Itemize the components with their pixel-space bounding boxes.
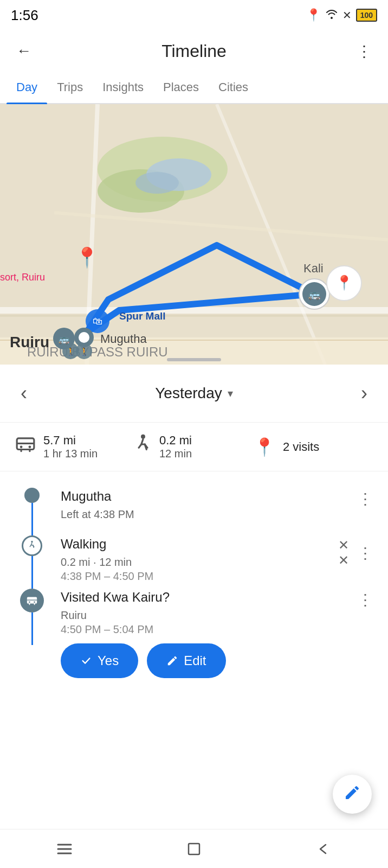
stats-row: 5.7 mi 1 hr 13 min 0.2 mi 12 min 📍 2 vis… xyxy=(0,422,388,471)
svg-text:Ruiru: Ruiru xyxy=(10,334,49,350)
menu-dots-icon: ⋮ xyxy=(357,42,372,60)
bus-stat-icon xyxy=(15,434,36,459)
edit-fab-icon xyxy=(344,784,361,805)
status-bar: 1:56 📍 ✕ 100 xyxy=(0,0,388,30)
svg-text:Spur Mall: Spur Mall xyxy=(119,310,166,322)
walk-stat-icon xyxy=(134,434,152,459)
tab-places[interactable]: Places xyxy=(153,72,209,103)
stat-visits-text: 2 visits xyxy=(283,440,319,454)
dropdown-arrow-icon: ▾ xyxy=(228,387,233,400)
mugutha-sub: Left at 4:38 PM xyxy=(61,506,355,522)
bus-circle-icon xyxy=(20,589,44,612)
mugutha-more-button[interactable]: ⋮ xyxy=(355,488,375,510)
timeline: Mugutha Left at 4:38 PM ⋮ Walking 0.2 mi… xyxy=(0,471,388,694)
timeline-icon-kwa-kairu xyxy=(13,589,51,645)
timeline-item-kwa-kairu: Visited Kwa Kairu? Ruiru 4:50 PM – 5:04 … xyxy=(0,583,388,684)
date-selector[interactable]: Yesterday ▾ xyxy=(155,385,233,402)
stat-transit: 5.7 mi 1 hr 13 min xyxy=(15,433,134,460)
status-icons: 📍 ✕ 100 xyxy=(306,8,377,22)
battery-status-icon: 100 xyxy=(356,9,377,22)
svg-text:Mugutha: Mugutha xyxy=(100,332,147,346)
svg-point-4 xyxy=(135,172,179,194)
svg-point-36 xyxy=(20,445,23,448)
walking-distance: 0.2 mi xyxy=(159,433,192,448)
walking-title: Walking xyxy=(61,537,338,552)
walking-time-range: 4:38 PM – 4:50 PM xyxy=(61,570,338,583)
header: ← Timeline ⋮ xyxy=(0,30,388,72)
walking-more-button[interactable]: ⋮ xyxy=(355,542,375,564)
tab-bar: Day Trips Insights Places Cities xyxy=(0,72,388,104)
svg-point-39 xyxy=(31,541,33,542)
nav-menu-button[interactable] xyxy=(48,833,81,865)
kwa-kairu-time-range: 4:50 PM – 5:04 PM xyxy=(61,623,355,636)
tab-day[interactable]: Day xyxy=(7,72,47,103)
map-container[interactable]: RUIRU BYPASS RUIRU Ruiru 🛍 Spur Mall 🚶 🚶… xyxy=(0,104,388,365)
stat-walking-text: 0.2 mi 12 min xyxy=(159,433,192,460)
walking-distance: 0.2 mi · 12 min xyxy=(61,554,338,570)
svg-text:📍: 📍 xyxy=(75,246,99,269)
header-title: Timeline xyxy=(161,41,227,61)
prev-date-button[interactable]: ‹ xyxy=(16,378,31,409)
tab-cities[interactable]: Cities xyxy=(209,72,258,103)
mugutha-content: Mugutha Left at 4:38 PM xyxy=(51,488,355,522)
svg-point-18 xyxy=(79,332,89,343)
timeline-icon-mugutha xyxy=(13,488,51,535)
stat-transit-text: 5.7 mi 1 hr 13 min xyxy=(43,433,98,460)
stat-walking: 0.2 mi 12 min xyxy=(134,433,254,460)
nav-back-button[interactable] xyxy=(307,833,340,865)
svg-text:🚌: 🚌 xyxy=(59,334,69,344)
kwa-kairu-content: Visited Kwa Kairu? Ruiru 4:50 PM – 5:04 … xyxy=(51,589,355,678)
tab-insights[interactable]: Insights xyxy=(93,72,153,103)
svg-rect-46 xyxy=(189,844,199,854)
timeline-icon-walking xyxy=(13,535,51,589)
location-status-icon: 📍 xyxy=(306,8,321,22)
kwa-kairu-more-button[interactable]: ⋮ xyxy=(355,589,375,611)
back-icon: ← xyxy=(16,42,31,60)
bottom-nav xyxy=(0,829,388,868)
svg-text:Kali: Kali xyxy=(303,261,324,275)
visits-count: 2 visits xyxy=(283,440,319,454)
svg-text:🚌: 🚌 xyxy=(308,289,321,301)
walk-circle-icon xyxy=(22,535,42,556)
place-dot-mugutha xyxy=(24,488,40,503)
edit-fab[interactable] xyxy=(333,775,372,814)
edit-button[interactable]: Edit xyxy=(147,643,225,678)
walking-actions: ✕✕ ⋮ xyxy=(338,535,375,568)
svg-text:🛍: 🛍 xyxy=(93,316,102,327)
svg-text:📍: 📍 xyxy=(335,274,353,291)
date-nav: ‹ Yesterday ▾ › xyxy=(0,365,388,422)
walking-time: 12 min xyxy=(159,448,192,460)
svg-text:sort, Ruiru: sort, Ruiru xyxy=(0,272,45,283)
svg-point-38 xyxy=(141,435,145,439)
nav-home-button[interactable] xyxy=(178,833,210,865)
svg-point-41 xyxy=(29,601,30,603)
x-status-icon: ✕ xyxy=(342,9,352,22)
transit-time: 1 hr 13 min xyxy=(43,448,98,460)
date-label: Yesterday xyxy=(155,385,222,402)
back-button[interactable]: ← xyxy=(11,38,37,64)
wifi-status-icon xyxy=(325,8,338,22)
kwa-kairu-title: Visited Kwa Kairu? xyxy=(61,590,355,605)
prev-icon: ‹ xyxy=(21,382,27,404)
svg-rect-34 xyxy=(167,358,221,361)
collapse-icon[interactable]: ✕✕ xyxy=(338,538,349,568)
timeline-line-3 xyxy=(31,612,33,645)
stat-visits: 📍 2 visits xyxy=(254,437,373,457)
svg-text:🚶: 🚶 xyxy=(80,347,89,356)
pin-stat-icon: 📍 xyxy=(254,437,275,457)
next-date-button[interactable]: › xyxy=(357,378,372,409)
kwa-kairu-location: Ruiru xyxy=(61,607,355,623)
kwa-kairu-buttons: Yes Edit xyxy=(61,643,355,678)
transit-distance: 5.7 mi xyxy=(43,433,98,448)
menu-button[interactable]: ⋮ xyxy=(351,38,377,64)
tab-trips[interactable]: Trips xyxy=(47,72,93,103)
mugutha-title: Mugutha xyxy=(61,489,355,504)
svg-point-37 xyxy=(29,445,31,448)
next-icon: › xyxy=(361,382,367,404)
yes-button[interactable]: Yes xyxy=(61,643,138,678)
svg-point-42 xyxy=(34,601,35,603)
walking-content: Walking 0.2 mi · 12 min 4:38 PM – 4:50 P… xyxy=(51,535,338,583)
status-time: 1:56 xyxy=(11,7,38,24)
